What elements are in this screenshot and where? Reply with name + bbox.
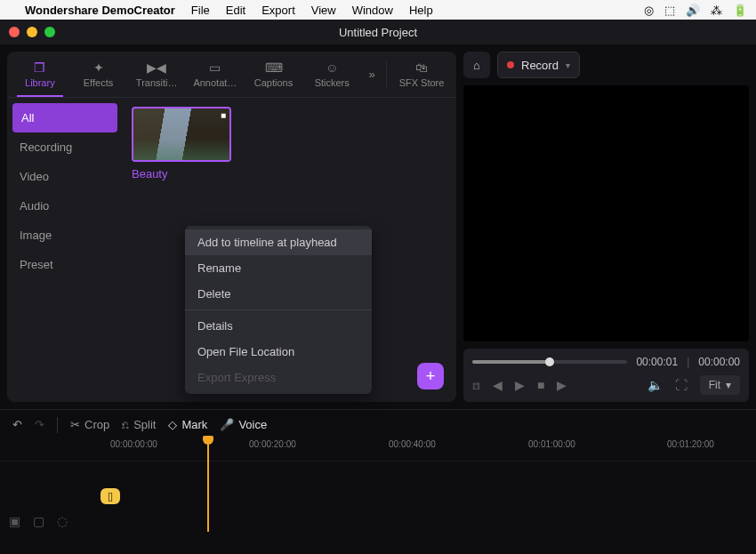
- tab-label: Captions: [254, 77, 293, 88]
- tab-sfx-store[interactable]: 🛍 SFX Store: [390, 52, 453, 97]
- menu-view[interactable]: View: [311, 4, 336, 17]
- redo-icon: ↷: [35, 418, 44, 431]
- time-separator: |: [687, 356, 689, 368]
- media-panel: ❒ Library ✦ Effects ▶◀ Transiti… ▭ Annot…: [7, 52, 456, 402]
- annotations-icon: ▭: [209, 60, 221, 75]
- traffic-lights: [9, 27, 55, 37]
- more-tabs[interactable]: »: [361, 68, 382, 81]
- tray-icon[interactable]: ⬚: [664, 4, 675, 17]
- tray-icon[interactable]: ◎: [644, 4, 654, 17]
- undo-icon: ↶: [12, 418, 22, 431]
- ctx-open-file-location[interactable]: Open File Location: [185, 339, 372, 365]
- minimize-window[interactable]: [27, 27, 37, 37]
- menu-file[interactable]: File: [191, 4, 210, 17]
- tab-stickers[interactable]: ☺ Stickers: [302, 52, 361, 97]
- ctx-details[interactable]: Details: [185, 313, 372, 339]
- menu-help[interactable]: Help: [409, 4, 433, 17]
- next-frame-button[interactable]: ▶: [557, 378, 567, 392]
- sidebar-item-preset[interactable]: Preset: [7, 250, 123, 279]
- camera-icon: ⧈: [472, 378, 480, 392]
- sidebar-item-all[interactable]: All: [12, 103, 117, 132]
- mark-button[interactable]: ◇Mark: [168, 418, 207, 431]
- prev-icon: ◀: [493, 378, 503, 392]
- sidebar-item-video[interactable]: Video: [7, 162, 123, 191]
- record-label: Record: [521, 59, 559, 72]
- menu-export[interactable]: Export: [261, 4, 295, 17]
- chevron-down-icon: ▾: [566, 60, 570, 70]
- media-clip[interactable]: ■ Beauty: [132, 107, 447, 181]
- battery-icon[interactable]: 🔋: [733, 4, 747, 17]
- ruler-tick: 00:00:20:00: [249, 439, 296, 449]
- ctx-delete[interactable]: Delete: [185, 281, 372, 307]
- menu-edit[interactable]: Edit: [226, 4, 245, 17]
- preview-scrubber[interactable]: [472, 360, 627, 364]
- record-indicator-icon: [507, 61, 514, 68]
- context-menu: Add to timeline at playhead Rename Delet…: [185, 226, 372, 394]
- home-button[interactable]: ⌂: [463, 52, 490, 78]
- tab-label: Effects: [84, 77, 113, 88]
- library-icon: ❒: [34, 60, 45, 75]
- play-button[interactable]: ▶: [515, 378, 525, 392]
- snapshot-button[interactable]: ⧈: [472, 378, 480, 393]
- ctx-add-to-timeline[interactable]: Add to timeline at playhead: [185, 229, 372, 255]
- fullscreen-button[interactable]: ⛶: [675, 378, 688, 392]
- fullscreen-window[interactable]: [44, 27, 55, 37]
- stop-button[interactable]: ■: [537, 378, 544, 392]
- preview-panel: ⌂ Record ▾ 00:00:01 | 00:00:00: [463, 52, 749, 402]
- preview-canvas[interactable]: [463, 85, 749, 341]
- voice-button[interactable]: 🎤Voice: [220, 418, 267, 431]
- macos-menubar: Wondershare DemoCreator File Edit Export…: [0, 0, 756, 20]
- sidebar-item-audio[interactable]: Audio: [7, 191, 123, 221]
- volume-icon[interactable]: 🔊: [686, 4, 700, 17]
- ctx-export-express: Export Express: [185, 365, 372, 390]
- media-clip-name: Beauty: [132, 167, 447, 181]
- fit-label: Fit: [709, 379, 720, 391]
- stop-icon: ■: [537, 378, 544, 392]
- sidebar-item-image[interactable]: Image: [7, 221, 123, 250]
- store-icon: 🛍: [415, 60, 428, 75]
- record-button[interactable]: Record ▾: [497, 52, 580, 78]
- track-visibility-icon[interactable]: ▢: [33, 514, 44, 528]
- speaker-icon: 🔈: [647, 378, 663, 392]
- track-lock-icon[interactable]: ▣: [9, 514, 20, 528]
- media-thumbnail[interactable]: ■: [132, 107, 231, 162]
- timeline-ruler[interactable]: 00:00:00:00 00:00:20:00 00:00:40:00 00:0…: [98, 439, 756, 461]
- app-name[interactable]: Wondershare DemoCreator: [25, 4, 175, 17]
- close-window[interactable]: [9, 27, 20, 37]
- redo-button[interactable]: ↷: [35, 418, 44, 431]
- sidebar-item-recording[interactable]: Recording: [7, 132, 123, 162]
- system-tray: ◎ ⬚ 🔊 ⁂ 🔋: [644, 4, 747, 17]
- undo-button[interactable]: ↶: [12, 418, 22, 431]
- time-current: 00:00:01: [636, 356, 678, 368]
- ruler-tick: 00:00:00:00: [110, 439, 157, 449]
- playhead[interactable]: [207, 439, 209, 532]
- prev-frame-button[interactable]: ◀: [493, 378, 503, 392]
- tab-label: Library: [25, 77, 55, 88]
- add-media-button[interactable]: +: [417, 363, 444, 389]
- ctx-rename[interactable]: Rename: [185, 255, 372, 281]
- zoom-fit-select[interactable]: Fit ▾: [700, 375, 740, 395]
- scrubber-knob[interactable]: [545, 357, 554, 366]
- stickers-icon: ☺: [326, 60, 338, 75]
- mic-icon: 🎤: [220, 418, 234, 431]
- track-audio-icon[interactable]: ◌: [57, 514, 68, 528]
- timeline-marker[interactable]: []: [101, 488, 120, 504]
- menu-window[interactable]: Window: [352, 4, 393, 17]
- tab-library[interactable]: ❒ Library: [11, 52, 69, 97]
- play-icon: ▶: [515, 378, 525, 392]
- crop-button[interactable]: ✂Crop: [70, 418, 109, 431]
- timeline-tracks[interactable]: [] ▣ ▢ ◌: [0, 461, 756, 532]
- tab-annotations[interactable]: ▭ Annotat…: [186, 52, 245, 97]
- bluetooth-icon[interactable]: ⁂: [711, 4, 722, 17]
- mute-button[interactable]: 🔈: [647, 378, 663, 392]
- split-icon: ⎌: [122, 418, 129, 431]
- ctx-separator: [185, 309, 372, 310]
- project-title: Untitled Project: [339, 26, 417, 39]
- tab-transitions[interactable]: ▶◀ Transiti…: [127, 52, 186, 97]
- tab-captions[interactable]: ⌨ Captions: [245, 52, 303, 97]
- tab-effects[interactable]: ✦ Effects: [69, 52, 128, 97]
- split-button[interactable]: ⎌Split: [122, 418, 156, 431]
- ruler-tick: 00:01:20:00: [667, 439, 714, 449]
- chevron-down-icon: ▾: [726, 379, 731, 391]
- preview-controls: 00:00:01 | 00:00:00 ⧈ ◀ ▶ ■ ▶ 🔈 ⛶ Fit ▾: [463, 349, 749, 402]
